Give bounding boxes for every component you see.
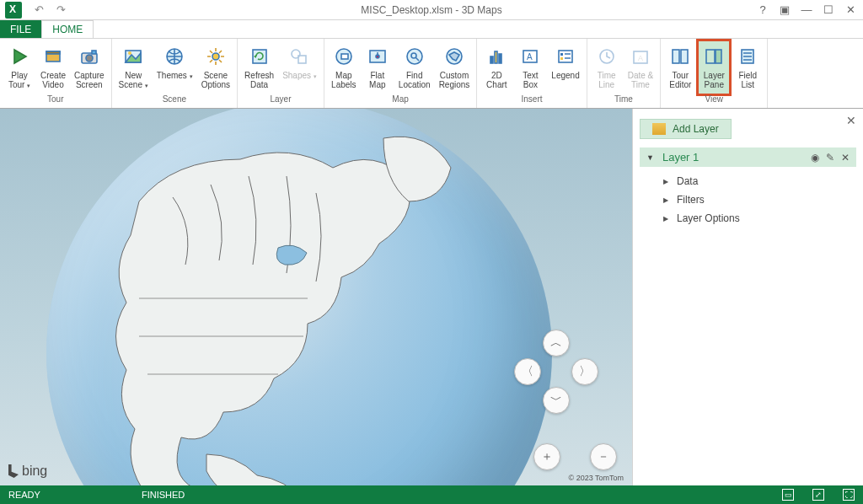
ribbon-group-label: Time	[591, 94, 657, 106]
close-button[interactable]: ✕	[844, 4, 856, 16]
tilt-up-button[interactable]: ︿	[543, 330, 570, 357]
tab-home[interactable]: HOME	[41, 20, 94, 38]
ribbon-legend-button[interactable]: Legend	[548, 40, 582, 94]
zoom-out-button[interactable]: －	[590, 443, 617, 470]
ribbon-button-label: SceneOptions	[201, 71, 230, 89]
zoom-in-button[interactable]: ＋	[533, 443, 560, 470]
svg-rect-23	[495, 51, 497, 63]
ribbon-button-label: CreateVideo	[40, 71, 66, 89]
ribbon-refresh-data-button[interactable]: RefreshData	[241, 40, 277, 94]
quick-access-toolbar: ↶ ↷	[32, 3, 67, 17]
window-title: MISC_Desktop.xlsm - 3D Maps	[361, 4, 501, 16]
svg-rect-33	[673, 50, 679, 63]
layer-section-data[interactable]: ▶ Data	[640, 172, 856, 190]
ribbon-group-layer: RefreshDataShapes ▾Layer	[238, 39, 324, 108]
map-canvas[interactable]: ︿ ﹀ 〈 〉 ＋ － bing © 2023 TomTom	[0, 109, 632, 485]
svg-marker-0	[14, 50, 26, 63]
layer-section-label: Data	[677, 175, 698, 187]
layer-section-label: Filters	[677, 194, 705, 206]
ribbon-field-list-button[interactable]: FieldList	[732, 40, 764, 94]
ribbon-2d-chart-button[interactable]: 2DChart	[480, 40, 512, 94]
ribbon-button-label: MapLabels	[331, 71, 356, 89]
bing-icon	[8, 464, 19, 478]
svg-text:A: A	[638, 54, 643, 62]
ribbon-tour-editor-button[interactable]: TourEditor	[664, 40, 696, 94]
ribbon-group-label: Insert	[480, 94, 582, 106]
ribbon-button-label: TourEditor	[669, 71, 691, 89]
view-mode-3-button[interactable]: ⛶	[843, 489, 855, 501]
ribbon-button-label: FieldList	[738, 71, 757, 89]
maximize-button[interactable]: ☐	[823, 4, 834, 16]
shapes-icon	[287, 44, 312, 69]
bing-logo: bing	[8, 464, 47, 479]
svg-rect-28	[560, 53, 563, 56]
ribbon-button-label: TimeLine	[598, 71, 616, 89]
flatmap-icon	[365, 44, 390, 69]
ribbon-find-location-button[interactable]: FindLocation	[395, 40, 434, 94]
layer-rename-icon[interactable]: ✎	[826, 152, 834, 164]
options-button[interactable]: ▣	[779, 4, 791, 16]
ribbon-button-label: CaptureScreen	[74, 71, 105, 89]
layer-header[interactable]: ▼ Layer 1 ◉ ✎ ✕	[640, 147, 856, 167]
ribbon-map-labels-button[interactable]: MapLabels	[328, 40, 360, 94]
layer-pane-close-button[interactable]: ✕	[846, 114, 856, 127]
svg-point-10	[212, 53, 219, 60]
ribbon-themes-button[interactable]: Themes ▾	[153, 40, 196, 94]
ribbon-group-scene: NewScene ▾Themes ▾SceneOptionsScene	[112, 39, 239, 108]
ribbon-group-view: TourEditorLayerPaneFieldListView	[661, 39, 768, 108]
ribbon-scene-options-button[interactable]: SceneOptions	[198, 40, 233, 94]
view-mode-1-button[interactable]: ▭	[782, 489, 794, 501]
ribbon-button-label: Themes ▾	[157, 71, 193, 81]
layer-visibility-icon[interactable]: ◉	[811, 152, 819, 164]
tilt-down-button[interactable]: ﹀	[543, 387, 570, 414]
ribbon-group-tour: PlayTour ▾CreateVideoCaptureScreenTour	[0, 39, 112, 108]
ribbon-create-video-button[interactable]: CreateVideo	[37, 40, 69, 94]
ribbon-group-label: View	[664, 94, 764, 106]
legend-icon	[553, 44, 578, 69]
ribbon-button-label: RefreshData	[244, 71, 274, 89]
layer-delete-icon[interactable]: ✕	[841, 152, 850, 164]
ribbon-flat-map-button[interactable]: FlatMap	[362, 40, 394, 94]
chart-icon	[484, 44, 509, 69]
refresh-icon	[247, 44, 272, 69]
fieldlist-icon	[735, 44, 760, 69]
add-layer-button[interactable]: Add Layer	[640, 119, 732, 139]
add-layer-label: Add Layer	[673, 123, 719, 135]
layer-section-filters[interactable]: ▶ Filters	[640, 190, 856, 209]
rotate-right-button[interactable]: 〉	[571, 358, 598, 385]
redo-button[interactable]: ↷	[54, 3, 67, 17]
expand-icon: ▶	[663, 215, 668, 223]
ribbon-button-label: 2DChart	[486, 71, 507, 89]
svg-rect-36	[716, 50, 721, 63]
layer-pane: ✕ Add Layer ▼ Layer 1 ◉ ✎ ✕ ▶ Data ▶ Fil…	[632, 109, 863, 485]
view-mode-2-button[interactable]: ⤢	[812, 489, 824, 501]
ribbon-shapes-button: Shapes ▾	[279, 40, 320, 94]
layer-section-options[interactable]: ▶ Layer Options	[640, 209, 856, 228]
ribbon-button-label: PlayTour ▾	[8, 71, 30, 90]
ribbon-play-tour-button[interactable]: PlayTour ▾	[3, 40, 35, 94]
layer-collapse-icon[interactable]: ▼	[646, 153, 654, 162]
rotate-left-button[interactable]: 〈	[514, 358, 541, 385]
ribbon-capture-screen-button[interactable]: CaptureScreen	[71, 40, 108, 94]
scene-icon	[121, 44, 146, 69]
ribbon-text-box-button[interactable]: ATextBox	[514, 40, 546, 94]
tab-file[interactable]: FILE	[0, 20, 41, 38]
ribbon-layer-pane-button[interactable]: LayerPane	[698, 40, 730, 94]
minimize-button[interactable]: —	[801, 4, 812, 16]
ribbon: PlayTour ▾CreateVideoCaptureScreenTourNe…	[0, 39, 863, 109]
undo-button[interactable]: ↶	[32, 3, 46, 17]
zoom-controls: ＋ －	[533, 443, 617, 470]
ribbon-custom-regions-button[interactable]: CustomRegions	[436, 40, 474, 94]
labels-icon	[331, 44, 356, 69]
ribbon-group-label: Scene	[115, 94, 234, 106]
layer-section-label: Layer Options	[677, 212, 740, 224]
status-view-controls: ▭ ⤢ ⛶	[782, 489, 855, 501]
help-button[interactable]: ?	[757, 4, 769, 16]
find-icon	[402, 44, 427, 69]
svg-rect-24	[499, 54, 501, 63]
ribbon-new-scene-button[interactable]: NewScene ▾	[115, 40, 152, 94]
ribbon-group-time: TimeLineADate &TimeTime	[587, 39, 662, 108]
ribbon-button-label: FlatMap	[369, 71, 385, 89]
clock-icon	[594, 44, 619, 69]
layerpane-icon	[701, 44, 726, 69]
